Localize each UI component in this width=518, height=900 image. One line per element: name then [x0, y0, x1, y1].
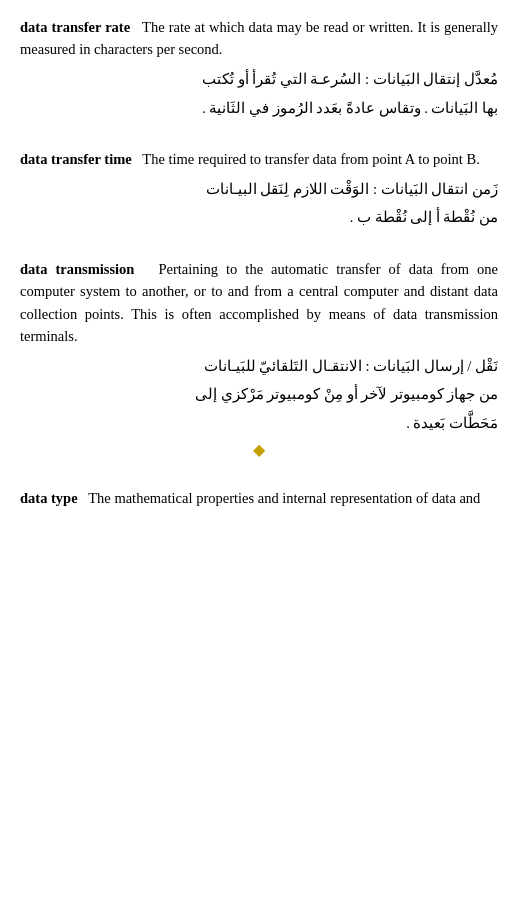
entry-en-text-2: data transfer time The time required to …: [20, 148, 498, 170]
entry-ar-line-6: من جهاز كومبيوتر لآخر أو مِنْ كومبيوتر م…: [20, 382, 498, 407]
entry-term-4: data type: [20, 490, 78, 506]
divider-2: [20, 248, 498, 258]
entry-ar-line-7: مَحَطَّات بَعيدة .: [20, 411, 498, 436]
entry-data-transmission: data transmission Pertaining to the auto…: [20, 258, 498, 459]
entry-ar-line-3: زَمن انتقال البَيانات : الوَقْت اللازم ل…: [20, 177, 498, 202]
entry-data-type: data type The mathematical properties an…: [20, 487, 498, 509]
entry-en-text-3: data transmission Pertaining to the auto…: [20, 258, 498, 348]
entry-definition-2: The time required to transfer data from …: [135, 151, 479, 167]
entry-data-transfer-rate: data transfer rate The rate at which dat…: [20, 16, 498, 120]
entry-definition-4: The mathematical properties and internal…: [81, 490, 480, 506]
entry-ar-line-1: مُعدَّل إنتقال البَيانات : السُرعـة التي…: [20, 67, 498, 92]
bullet-separator: ◆: [20, 440, 498, 459]
entry-term-2: data transfer time: [20, 151, 132, 167]
entry-term-3: data transmission: [20, 261, 134, 277]
entry-ar-line-4: من نُقْطة أ إلى نُقْطة ب .: [20, 205, 498, 230]
entry-data-transfer-time: data transfer time The time required to …: [20, 148, 498, 230]
divider-3: [20, 477, 498, 487]
entry-term: data transfer rate: [20, 19, 130, 35]
divider-1: [20, 138, 498, 148]
entry-en-text: data transfer rate The rate at which dat…: [20, 16, 498, 61]
entry-en-text-4: data type The mathematical properties an…: [20, 487, 498, 509]
entry-ar-line-2: بها البَيانات . وتقاس عادةً بعَدد الرُمو…: [20, 96, 498, 121]
entry-ar-line-5: نَقْل / إرسال البَيانات : الانتقـال التَ…: [20, 354, 498, 379]
